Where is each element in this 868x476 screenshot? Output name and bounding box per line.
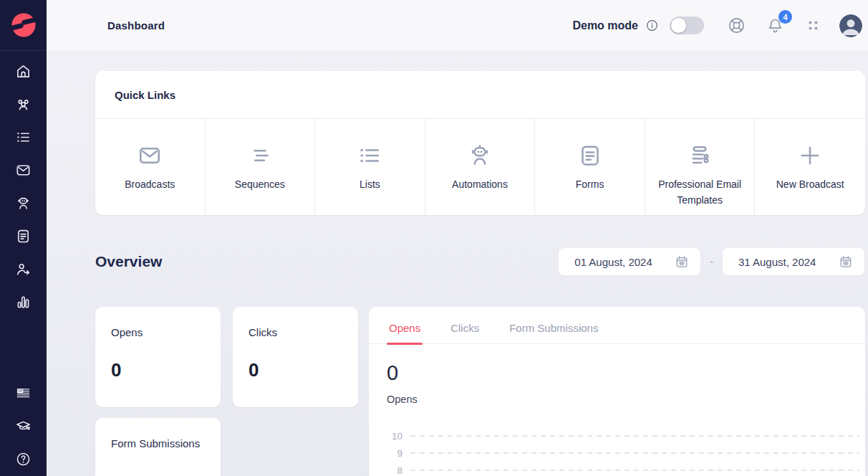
sequence-lines-icon bbox=[247, 143, 273, 168]
plus-icon bbox=[797, 143, 823, 168]
s-logo-icon bbox=[9, 11, 38, 39]
page-title: Dashboard bbox=[107, 19, 165, 32]
email-campaigns-icon bbox=[15, 162, 32, 178]
help-icon bbox=[15, 451, 32, 467]
notification-count-badge: 4 bbox=[778, 10, 792, 24]
sidebar-item-home[interactable] bbox=[15, 63, 32, 80]
robot-icon bbox=[467, 143, 493, 168]
quick-links-card: Quick Links Broadcasts Sequences bbox=[95, 71, 865, 215]
opens-chart: 10 9 8 bbox=[387, 427, 859, 476]
metric-value: 0 bbox=[387, 361, 847, 385]
reports-icon bbox=[15, 294, 32, 310]
quick-link-forms[interactable]: Forms bbox=[535, 119, 645, 215]
sidebar-item-forms[interactable] bbox=[15, 228, 32, 244]
list-icon bbox=[357, 143, 382, 168]
dashed-gridline bbox=[410, 470, 859, 471]
apps-grid-icon[interactable] bbox=[807, 19, 819, 32]
sidebar bbox=[0, 0, 47, 476]
avatar[interactable] bbox=[839, 14, 862, 37]
academy-icon bbox=[15, 418, 32, 434]
us-flag-icon bbox=[15, 385, 32, 401]
main-content: Quick Links Broadcasts Sequences bbox=[47, 52, 868, 476]
sidebar-item-academy[interactable] bbox=[15, 418, 32, 434]
dashboard-row: Opens 0 Clicks 0 Form Submissions Opens … bbox=[95, 307, 865, 476]
sidebar-item-contacts[interactable] bbox=[15, 96, 32, 113]
date-range-picker: 01 August, 2024 - 31 August, 2024 bbox=[558, 247, 865, 276]
sidebar-item-language[interactable] bbox=[15, 385, 32, 401]
topbar-actions: Demo mode 4 bbox=[572, 14, 862, 37]
quick-links-title: Quick Links bbox=[95, 71, 865, 119]
quick-link-label: Professional Email Templates bbox=[651, 177, 749, 208]
brand-logo[interactable] bbox=[0, 0, 47, 51]
demo-mode-label: Demo mode bbox=[572, 19, 638, 32]
stat-label: Form Submissions bbox=[111, 434, 205, 454]
quick-link-new-broadcast[interactable]: New Broadcast bbox=[755, 119, 865, 215]
stat-label: Clicks bbox=[249, 323, 342, 343]
overview-row: Overview 01 August, 2024 - 31 August, 20… bbox=[95, 247, 865, 276]
quick-link-broadcasts[interactable]: Broadcasts bbox=[95, 119, 206, 215]
tab-clicks[interactable]: Clicks bbox=[448, 322, 481, 343]
calendar-icon bbox=[675, 254, 689, 269]
stat-label: Opens bbox=[111, 323, 205, 343]
quick-link-lists[interactable]: Lists bbox=[315, 119, 425, 215]
quick-link-label: New Broadcast bbox=[776, 177, 844, 193]
calendar-icon bbox=[839, 254, 853, 269]
gridline-row: 10 bbox=[387, 427, 859, 444]
stat-card-clicks: Clicks 0 bbox=[233, 307, 358, 407]
referral-icon bbox=[15, 261, 32, 277]
y-axis-tick: 10 bbox=[387, 431, 402, 442]
start-date-value: 01 August, 2024 bbox=[574, 256, 652, 268]
support-lifering-icon[interactable] bbox=[727, 16, 746, 35]
quick-link-label: Lists bbox=[360, 177, 380, 193]
templates-icon bbox=[687, 143, 713, 168]
demo-mode-toggle[interactable] bbox=[670, 16, 704, 34]
stat-value: 0 bbox=[249, 359, 342, 381]
sidebar-item-campaigns[interactable] bbox=[15, 162, 32, 178]
quick-links-grid: Broadcasts Sequences bbox=[95, 119, 865, 215]
quick-link-sequences[interactable]: Sequences bbox=[206, 119, 316, 215]
form-document-icon bbox=[577, 143, 603, 168]
analytics-panel: Opens Clicks Form Submissions 0 Opens 10… bbox=[369, 307, 865, 476]
automation-bot-icon bbox=[15, 195, 32, 211]
stat-card-form-submissions: Form Submissions bbox=[95, 418, 221, 476]
envelope-icon bbox=[137, 143, 163, 168]
quick-link-label: Automations bbox=[452, 177, 508, 193]
end-date-value: 31 August, 2024 bbox=[738, 256, 816, 268]
quick-link-label: Sequences bbox=[235, 177, 285, 193]
sidebar-bottom bbox=[15, 385, 32, 476]
notifications-bell[interactable]: 4 bbox=[766, 16, 784, 34]
overview-title: Overview bbox=[95, 253, 162, 270]
stat-card-opens: Opens 0 bbox=[95, 307, 221, 407]
start-date-input[interactable]: 01 August, 2024 bbox=[558, 247, 701, 276]
stat-cards: Opens 0 Clicks 0 Form Submissions bbox=[95, 307, 358, 476]
quick-link-automations[interactable]: Automations bbox=[425, 119, 536, 215]
stat-value: 0 bbox=[111, 359, 205, 381]
sidebar-item-referrals[interactable] bbox=[15, 261, 32, 277]
gridline-row: 8 bbox=[387, 462, 859, 476]
quick-link-label: Broadcasts bbox=[125, 177, 175, 193]
gridline-row: 9 bbox=[387, 444, 859, 462]
home-icon bbox=[15, 63, 32, 80]
dashed-gridline bbox=[410, 435, 859, 437]
end-date-input[interactable]: 31 August, 2024 bbox=[722, 247, 865, 276]
sidebar-item-automations[interactable] bbox=[15, 195, 32, 211]
dashed-gridline bbox=[410, 452, 859, 454]
topbar: Dashboard Demo mode 4 bbox=[47, 0, 868, 52]
quick-link-label: Forms bbox=[576, 177, 604, 193]
quick-link-templates[interactable]: Professional Email Templates bbox=[645, 119, 756, 215]
sidebar-item-help[interactable] bbox=[15, 451, 32, 467]
toggle-knob bbox=[671, 18, 686, 33]
forms-icon bbox=[15, 228, 32, 244]
info-icon[interactable] bbox=[645, 19, 659, 32]
tab-opens[interactable]: Opens bbox=[387, 322, 423, 343]
sidebar-item-reports[interactable] bbox=[15, 294, 32, 310]
contacts-icon bbox=[15, 96, 32, 113]
lists-icon bbox=[15, 129, 32, 146]
sidebar-item-lists[interactable] bbox=[15, 129, 32, 146]
analytics-tabs: Opens Clicks Form Submissions bbox=[369, 318, 865, 344]
metric-label: Opens bbox=[387, 394, 847, 405]
sidebar-nav bbox=[15, 63, 32, 310]
y-axis-tick: 8 bbox=[387, 465, 402, 476]
tab-form-submissions[interactable]: Form Submissions bbox=[507, 322, 600, 343]
y-axis-tick: 9 bbox=[387, 448, 402, 459]
